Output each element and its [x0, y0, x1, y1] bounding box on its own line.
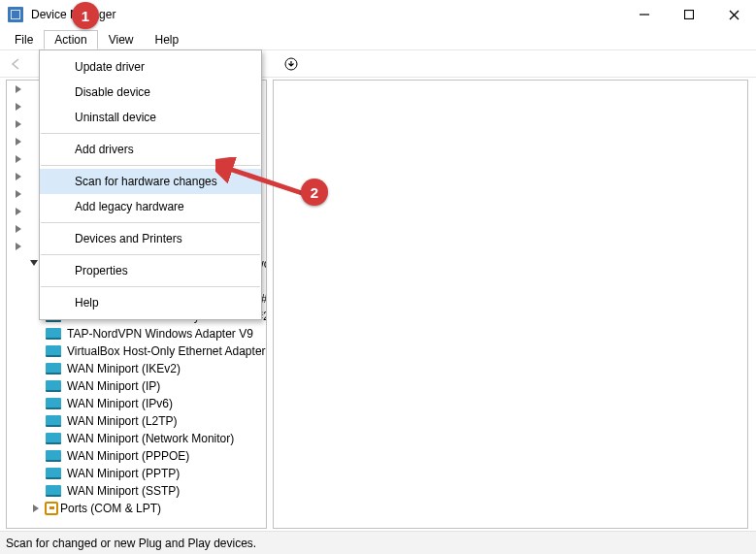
device-label: WAN Miniport (IPv6) — [67, 397, 173, 410]
device-label: VirtualBox Host-Only Ethernet Adapter — [67, 344, 266, 358]
expander-icon — [13, 207, 23, 217]
tree-device[interactable]: WAN Miniport (IP) — [7, 377, 266, 395]
tree-device[interactable]: VirtualBox Host-Only Ethernet Adapter — [7, 342, 266, 360]
tree-ports-category[interactable]: Ports (COM & LPT) — [7, 500, 266, 517]
network-adapter-icon — [46, 485, 61, 497]
network-adapter-icon — [46, 433, 61, 444]
tree-device[interactable]: WAN Miniport (L2TP) — [7, 412, 266, 430]
network-adapter-icon — [46, 450, 61, 462]
app-icon — [8, 7, 23, 22]
expander-icon — [30, 504, 41, 514]
tree-device[interactable]: WAN Miniport (PPPOE) — [7, 447, 266, 465]
tree-device[interactable]: WAN Miniport (PPTP) — [7, 465, 266, 482]
menu-view[interactable]: View — [98, 30, 145, 49]
status-bar: Scan for changed or new Plug and Play de… — [0, 531, 756, 554]
tree-device[interactable]: WAN Miniport (SSTP) — [7, 482, 266, 500]
device-label: WAN Miniport (SSTP) — [67, 484, 180, 498]
device-label: TAP-NordVPN Windows Adapter V9 — [67, 327, 253, 341]
expander-open-icon — [30, 258, 38, 269]
annotation-arrow — [215, 157, 312, 204]
details-panel — [273, 80, 748, 529]
window-controls — [622, 0, 756, 29]
expander-icon — [13, 84, 23, 95]
expander-icon — [13, 137, 23, 147]
maximize-button[interactable] — [667, 0, 711, 29]
tree-device[interactable]: TAP-NordVPN Windows Adapter V9 — [7, 325, 266, 342]
expander-icon — [13, 242, 23, 252]
network-adapter-icon — [46, 363, 61, 375]
back-button[interactable] — [4, 53, 29, 75]
menu-item-properties[interactable]: Properties — [40, 258, 261, 283]
tree-device[interactable]: WAN Miniport (IPv6) — [7, 395, 266, 412]
svg-line-5 — [223, 167, 305, 194]
title-bar: Device Manager — [0, 0, 756, 29]
menu-separator — [41, 133, 260, 134]
menu-item-disable-device[interactable]: Disable device — [40, 80, 261, 105]
status-text: Scan for changed or new Plug and Play de… — [6, 537, 256, 550]
network-adapter-icon — [46, 328, 61, 340]
annotation-callout-1: 1 — [72, 2, 99, 29]
expander-icon — [13, 224, 23, 235]
menu-item-uninstall-device[interactable]: Uninstall device — [40, 105, 261, 130]
network-adapter-icon — [46, 468, 61, 479]
network-adapter-icon — [46, 345, 61, 357]
tree-device[interactable]: WAN Miniport (IKEv2) — [7, 360, 266, 377]
category-label: Ports (COM & LPT) — [58, 502, 161, 515]
menu-item-devices-printers[interactable]: Devices and Printers — [40, 226, 261, 251]
tree-device[interactable]: WAN Miniport (Network Monitor) — [7, 430, 266, 447]
annotation-callout-2: 2 — [301, 179, 328, 206]
menu-bar: File Action View Help — [0, 29, 756, 50]
menu-help[interactable]: Help — [145, 30, 190, 49]
expander-icon — [13, 102, 23, 113]
menu-separator — [41, 222, 260, 223]
device-label: WAN Miniport (IKEv2) — [67, 362, 181, 375]
network-adapter-icon — [46, 398, 61, 409]
scan-hardware-button[interactable] — [279, 53, 304, 75]
menu-item-update-driver[interactable]: Update driver — [40, 54, 261, 80]
minimize-button[interactable] — [622, 0, 667, 29]
device-label: WAN Miniport (L2TP) — [67, 414, 178, 428]
close-button[interactable] — [711, 0, 756, 29]
device-label: WAN Miniport (IP) — [67, 379, 160, 393]
expander-icon — [13, 154, 23, 165]
device-label: WAN Miniport (PPTP) — [67, 467, 180, 480]
expander-icon — [13, 119, 23, 130]
svg-rect-1 — [685, 11, 694, 19]
device-label: WAN Miniport (PPPOE) — [67, 449, 189, 463]
expander-icon — [13, 189, 23, 200]
menu-separator — [41, 254, 260, 255]
menu-action[interactable]: Action — [44, 30, 97, 49]
menu-file[interactable]: File — [4, 30, 44, 49]
ports-icon — [45, 502, 58, 515]
network-adapter-icon — [46, 415, 61, 427]
menu-item-help[interactable]: Help — [40, 290, 261, 315]
expander-icon — [13, 172, 23, 182]
network-adapter-icon — [46, 380, 61, 392]
menu-separator — [41, 286, 260, 287]
device-label: WAN Miniport (Network Monitor) — [67, 432, 234, 445]
